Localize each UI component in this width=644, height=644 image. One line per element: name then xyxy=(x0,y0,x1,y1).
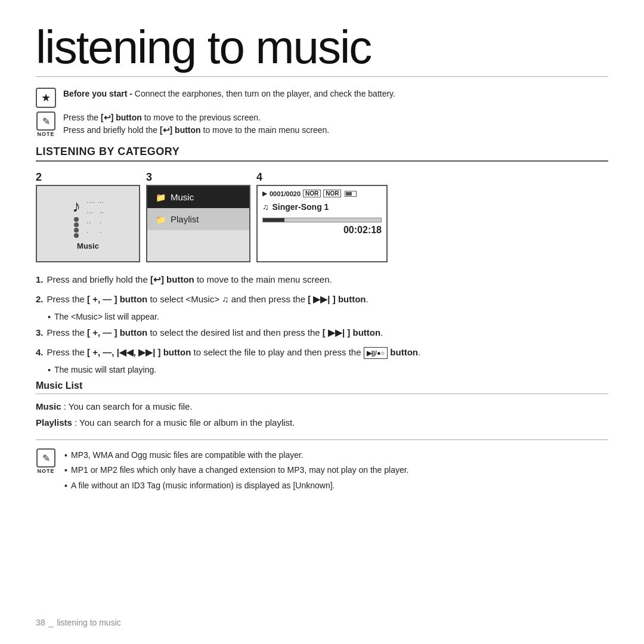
badge-nor-1: NOR xyxy=(303,190,321,197)
time-display: 00:02:18 xyxy=(262,225,382,236)
screen-2-label: Music xyxy=(77,242,99,250)
instr-num-1: 1. xyxy=(36,273,44,287)
footer: 38 _ listening to music xyxy=(36,618,608,627)
screen-3-num: 3 xyxy=(146,171,152,184)
play-icon: ▶ xyxy=(262,190,267,197)
song-name: ♫ Singer-Song 1 xyxy=(262,202,382,212)
instr-num-4: 4. xyxy=(36,346,44,360)
instruction-1: 1. Press and briefly hold the [↩] button… xyxy=(36,273,608,287)
player-top-bar: ▶ 0001/0020 NOR NOR xyxy=(262,190,382,197)
instr-sub-2: ▪The <Music> list will appear. xyxy=(48,312,608,321)
badge-nor-2: NOR xyxy=(323,190,341,197)
tip-star-row: ★ Before you start - Connect the earphon… xyxy=(36,88,608,108)
note-icon: ✎ NOTE xyxy=(36,112,56,137)
music-dots-area: ···· ··· ··· ·· ·· · · · xyxy=(86,197,104,238)
instr-sub-4: ▪The music will start playing. xyxy=(48,365,608,374)
screen-3-music-item: 📁 Music xyxy=(147,186,249,208)
music-list-heading: Music List xyxy=(36,380,608,394)
section-heading: LISTENING BY CATEGORY xyxy=(36,145,608,162)
music-list-section: Music List Music : You can search for a … xyxy=(36,380,608,440)
screen-3-playlist-label: Playlist xyxy=(171,214,199,224)
instruction-2: 2. Press the [ +, — ] button to select <… xyxy=(36,293,608,306)
screen-2-block: 2 ♪ xyxy=(36,171,140,262)
instructions: 1. Press and briefly hold the [↩] button… xyxy=(36,273,608,374)
instr-num-2: 2. xyxy=(36,293,44,306)
notes-list: ▪ MP3, WMA and Ogg music files are compa… xyxy=(64,448,608,494)
music-list-item-1: Music : You can search for a music file. xyxy=(36,400,608,413)
progress-bar xyxy=(262,218,382,222)
instruction-3: 3. Press the [ +, — ] button to select t… xyxy=(36,326,608,340)
instr-text-1: Press and briefly hold the [↩] button to… xyxy=(47,273,332,287)
footer-separator: _ xyxy=(49,618,54,627)
instruction-2-block: 2. Press the [ +, — ] button to select <… xyxy=(36,293,608,322)
screen-4-block: 4 ▶ 0001/0020 NOR NOR ♫ Singer-Song 1 xyxy=(256,171,388,262)
track-counter: 0001/0020 xyxy=(270,190,301,197)
screen-2-box: ♪ xyxy=(36,185,140,262)
screens-row: 2 ♪ xyxy=(36,171,608,262)
folder-music-icon: 📁 xyxy=(156,193,166,202)
screen-3-block: 3 📁 Music 📁 Playlist xyxy=(146,171,250,262)
note-item-3: ▪ A file without an ID3 Tag (music infor… xyxy=(64,479,608,492)
star-icon: ★ xyxy=(36,88,56,108)
page-title: listening to music xyxy=(36,24,608,77)
battery-icon xyxy=(345,191,357,197)
note-icon-bottom: ✎ NOTE xyxy=(36,448,56,474)
instr-num-3: 3. xyxy=(36,326,44,340)
note-row: ✎ NOTE Press the [↩] button to move to t… xyxy=(36,112,608,137)
screen-4-box: ▶ 0001/0020 NOR NOR ♫ Singer-Song 1 xyxy=(256,185,388,262)
screen-4-num: 4 xyxy=(256,171,262,184)
instr-text-4: Press the [ +, —, |◀◀, ▶▶| ] button to s… xyxy=(47,346,421,360)
screen-3-playlist-item: 📁 Playlist xyxy=(147,208,249,230)
instruction-4-block: 4. Press the [ +, —, |◀◀, ▶▶| ] button t… xyxy=(36,346,608,375)
music-note-icon: ♫ xyxy=(262,202,269,212)
note-text: Press the [↩] button to move to the prev… xyxy=(63,112,608,137)
note-item-1: ▪ MP3, WMA and Ogg music files are compa… xyxy=(64,448,608,462)
play-pause-button-sym: ▶||/●○ xyxy=(364,347,388,360)
folder-playlist-icon: 📁 xyxy=(156,215,166,224)
progress-row xyxy=(262,218,382,222)
note-item-2: ▪ MP1 or MP2 files which only have a cha… xyxy=(64,463,608,476)
notes-section: ✎ NOTE ▪ MP3, WMA and Ogg music files ar… xyxy=(36,448,608,494)
instr-text-2: Press the [ +, — ] button to select <Mus… xyxy=(47,293,369,306)
screen-2-num: 2 xyxy=(36,171,42,184)
music-list-item-2: Playlists : You can search for a music f… xyxy=(36,416,608,429)
footer-page-num: 38 xyxy=(36,618,45,627)
progress-fill xyxy=(263,218,284,222)
footer-text: listening to music xyxy=(57,618,120,627)
tip-star-text: Before you start - Connect the earphones… xyxy=(63,88,608,100)
screen-3-music-label: Music xyxy=(171,192,194,202)
screen-3-box: 📁 Music 📁 Playlist xyxy=(146,185,250,262)
instruction-4: 4. Press the [ +, —, |◀◀, ▶▶| ] button t… xyxy=(36,346,608,360)
music-note-icons: ♪ xyxy=(72,197,80,238)
instr-text-3: Press the [ +, — ] button to select the … xyxy=(47,326,383,340)
